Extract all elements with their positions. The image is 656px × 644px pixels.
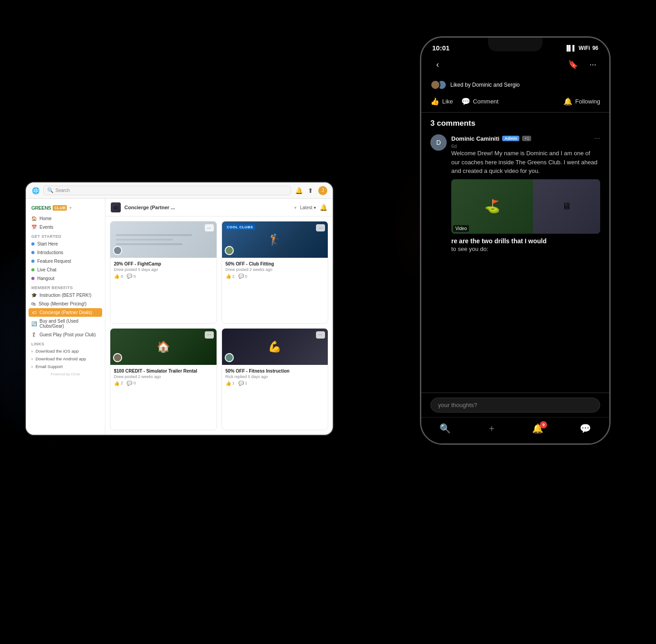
sidebar-item-buy-sell[interactable]: 🔄 Buy and Sell (Used Clubs/Gear) <box>26 317 105 330</box>
post-more-clubfitting[interactable]: ··· <box>316 224 325 231</box>
sidebar-events-label: Events <box>39 225 54 230</box>
tab-chat[interactable]: 💬 <box>580 423 591 434</box>
status-time: 10:01 <box>432 44 449 52</box>
sidebar-link-android[interactable]: › Download the Android app <box>26 355 105 363</box>
liked-text: Liked by Dominic and Sergio <box>450 82 520 88</box>
admin-badge: Admin <box>502 136 519 141</box>
post-comment-clubfitting[interactable]: 💬 0 <box>238 274 247 279</box>
sidebar-item-shop[interactable]: 🛍 Shop (Member Pricing!) <box>26 300 105 308</box>
post-more-trailer[interactable]: ··· <box>205 331 214 339</box>
sidebar-item-events[interactable]: 📅 Events <box>26 223 105 231</box>
dropdown-arrow[interactable]: ▾ <box>294 205 296 210</box>
post-avatar-fightcamp <box>113 246 122 255</box>
post-avatar-clubfitting <box>225 246 234 255</box>
start-here-label: Start Here <box>37 241 58 246</box>
post-like-trailer[interactable]: 👍 2 <box>114 381 123 386</box>
sort-label: Latest <box>300 205 312 210</box>
like-count-fightcamp: 0 <box>121 274 123 279</box>
following-action-label: Following <box>575 98 600 105</box>
arrow-right3-icon: › <box>31 364 33 369</box>
post-comment-fitness[interactable]: 💬 1 <box>238 381 247 386</box>
ellipsis-icon: ··· <box>589 60 596 69</box>
tab-search[interactable]: 🔍 <box>439 423 451 434</box>
post-like-fitness[interactable]: 👍 1 <box>226 381 235 386</box>
sidebar-item-feature-request[interactable]: Feature Request <box>26 257 105 265</box>
comment-button[interactable]: 💬 Comment <box>461 97 498 106</box>
tablet-device: 🌐 🔍 Search 🔔 ⬆ J GREENS CLUB ▾ 🏠 <box>25 182 334 436</box>
tab-notifications[interactable]: 🔔 9 <box>532 423 543 434</box>
post-actions-fightcamp: 👍 0 💬 0 <box>114 274 213 279</box>
search-bar[interactable]: 🔍 Search <box>43 186 291 195</box>
post-card-fightcamp[interactable]: ··· 20% OFF - FightCamp Drew posted 5 da… <box>110 221 217 324</box>
sidebar-item-instruction[interactable]: 🎓 Instruction (BEST PERK!) <box>26 291 105 300</box>
like-count-trailer: 2 <box>121 381 123 385</box>
sort-arrow: ▾ <box>314 205 316 210</box>
sidebar-item-guest-play[interactable]: 🏌 Guest Play (Post your Club) <box>26 330 105 339</box>
post-meta-clubfitting: Drew posted 2 weeks ago <box>226 267 325 272</box>
post-card-trailer[interactable]: 🏠 ··· $100 CREDIT - Simulator Trailer Re… <box>110 328 217 431</box>
bottom-tab-bar: 🔍 ＋ 🔔 9 💬 <box>421 417 609 443</box>
phone-nav: ‹ 🔖 ··· <box>421 54 609 76</box>
comment-more-icon[interactable]: ··· <box>594 134 600 143</box>
like-icon-clubfitting: 👍 <box>226 274 231 279</box>
tab-add[interactable]: ＋ <box>487 422 496 434</box>
post-actions-trailer: 👍 2 💬 0 <box>114 381 213 386</box>
dot-blue2-icon <box>31 251 35 254</box>
post-card-clubfitting[interactable]: 🏌 COOL CLUBS ··· 50% OFF - Club Fitting … <box>222 221 329 324</box>
sidebar: GREENS CLUB ▾ 🏠 Home 📅 Events Get starte… <box>26 199 105 435</box>
comment-icon-fitness: 💬 <box>238 381 244 386</box>
post-like-fightcamp[interactable]: 👍 0 <box>114 274 123 279</box>
sidebar-link-email[interactable]: › Email Support <box>26 363 105 370</box>
sidebar-item-home[interactable]: 🏠 Home <box>26 214 105 223</box>
post-actions-fitness: 👍 1 💬 1 <box>226 381 325 386</box>
post-title-trailer: $100 CREDIT - Simulator Trailer Rental <box>114 369 213 374</box>
reply-input[interactable]: your thoughts? <box>430 398 600 413</box>
post-comment-trailer[interactable]: 💬 0 <box>127 381 136 386</box>
bookmark-button[interactable]: 🔖 <box>566 57 580 72</box>
sidebar-item-concierge[interactable]: 🏷 Concierge (Partner Deals) <box>29 308 102 317</box>
sidebar-item-introductions[interactable]: Introductions <box>26 248 105 257</box>
links-label: Links <box>26 339 105 347</box>
post-more-fitness[interactable]: ··· <box>316 331 325 339</box>
phone-screen: 10:01 ▐▌▌ WiFi 96 ‹ 🔖 ··· <box>421 38 609 443</box>
back-chevron-icon: ‹ <box>436 60 439 69</box>
video-label: Video <box>453 225 469 232</box>
post-meta-trailer: Drew posted 2 weeks ago <box>114 374 213 379</box>
like-button[interactable]: 👍 Like <box>430 97 453 106</box>
search-icon: 🔍 <box>47 187 54 193</box>
like-count-fitness: 1 <box>232 381 235 385</box>
instruction-label: Instruction (BEST PERK!) <box>39 293 91 298</box>
post-comment-fightcamp[interactable]: 💬 0 <box>127 274 136 279</box>
following-button[interactable]: 🔔 Following <box>563 97 600 106</box>
signal-icon: ▐▌▌ <box>565 45 577 51</box>
dot-green-icon <box>31 268 35 271</box>
sidebar-item-live-chat[interactable]: Live Chat <box>26 265 105 274</box>
video-thumbnail[interactable]: ⛳ 🖥 Video <box>451 179 600 234</box>
like-icon-fightcamp: 👍 <box>114 274 119 279</box>
buy-sell-label: Buy and Sell (Used Clubs/Gear) <box>39 319 99 329</box>
post-like-clubfitting[interactable]: 👍 2 <box>226 274 235 279</box>
instruction-icon: 🎓 <box>31 293 37 298</box>
drill-text: re are the two drills that I would <box>451 237 600 245</box>
sidebar-item-start-here[interactable]: Start Here <box>26 240 105 248</box>
dot-blue-icon <box>31 242 35 246</box>
comment-text-p1: Welcome Drew! My name is Dominic and I a… <box>451 150 597 174</box>
content-title: Concierge (Partner ... <box>124 205 291 210</box>
sidebar-link-ios[interactable]: › Download the iOS app <box>26 347 105 355</box>
header-bell-icon[interactable]: 🔔 <box>320 204 327 211</box>
profile-icon: J <box>318 186 327 195</box>
like-icon-trailer: 👍 <box>114 381 119 386</box>
like-count-clubfitting: 2 <box>232 274 235 279</box>
phone-device: 10:01 ▐▌▌ WiFi 96 ‹ 🔖 ··· <box>420 36 611 445</box>
back-button[interactable]: ‹ <box>430 57 445 72</box>
bell-icon: 🔔 <box>295 187 303 195</box>
sidebar-item-hangout[interactable]: Hangout <box>26 274 105 283</box>
sort-selector[interactable]: Latest ▾ <box>300 205 316 210</box>
post-card-fitness[interactable]: 💪 ··· 50% OFF - Fitness Instruction Rick… <box>222 328 329 431</box>
logo-text: GREENS <box>31 205 51 211</box>
more-button[interactable]: ··· <box>586 57 600 72</box>
dot-purple-icon <box>31 277 35 280</box>
hangout-label: Hangout <box>37 276 54 281</box>
video-thumb-right: 🖥 <box>533 179 600 234</box>
post-more-fightcamp[interactable]: ··· <box>205 224 214 231</box>
